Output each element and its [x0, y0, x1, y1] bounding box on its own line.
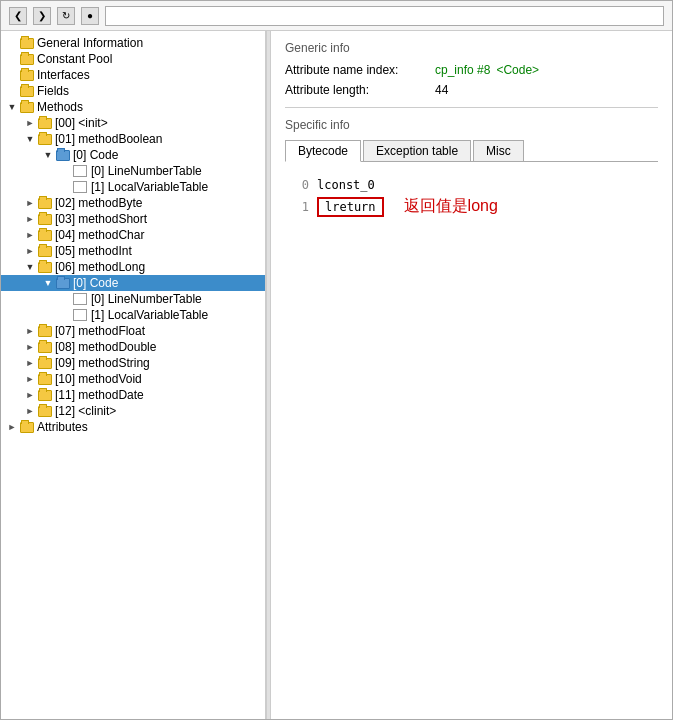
main-area: General Information Constant Pool Interf…	[1, 31, 672, 719]
folder-icon	[37, 388, 53, 402]
attr-length-row: Attribute length: 44	[285, 83, 658, 97]
forward-button[interactable]: ❯	[33, 7, 51, 25]
folder-icon	[55, 276, 71, 290]
expand-arrow: ►	[23, 390, 37, 400]
attr-name-tag: <Code>	[496, 63, 539, 77]
expand-arrow: ►	[23, 326, 37, 336]
tree-item-boolean-lnt[interactable]: [0] LineNumberTable	[1, 163, 265, 179]
bc-line-1: 1 lreturn 返回值是long	[285, 194, 658, 219]
tree-item-long-lvt[interactable]: [1] LocalVariableTable	[1, 307, 265, 323]
tree-panel: General Information Constant Pool Interf…	[1, 31, 266, 719]
attr-length-value: 44	[435, 83, 448, 97]
expand-arrow	[5, 70, 19, 80]
tree-label: [1] LocalVariableTable	[91, 180, 208, 194]
tree-item-long-code[interactable]: ▼ [0] Code	[1, 275, 265, 291]
tree-label: [03] methodShort	[55, 212, 147, 226]
folder-icon	[37, 340, 53, 354]
tree-label: Interfaces	[37, 68, 90, 82]
folder-icon	[55, 148, 71, 162]
attr-name-link[interactable]: cp_info #8	[435, 63, 490, 77]
expand-arrow: ►	[23, 342, 37, 352]
address-bar[interactable]	[105, 6, 664, 26]
tree-item-long-lnt[interactable]: [0] LineNumberTable	[1, 291, 265, 307]
tree-item-interfaces[interactable]: Interfaces	[1, 67, 265, 83]
attr-name-row: Attribute name index: cp_info #8 <Code>	[285, 63, 658, 77]
tree-item-fields[interactable]: Fields	[1, 83, 265, 99]
tree-item-method-int[interactable]: ► [05] methodInt	[1, 243, 265, 259]
tree-label: [05] methodInt	[55, 244, 132, 258]
tree-label: [1] LocalVariableTable	[91, 308, 208, 322]
tree-item-method-char[interactable]: ► [04] methodChar	[1, 227, 265, 243]
tree-item-method-byte[interactable]: ► [02] methodByte	[1, 195, 265, 211]
folder-icon	[19, 420, 35, 434]
tree-item-attributes[interactable]: ► Attributes	[1, 419, 265, 435]
tree-label: [06] methodLong	[55, 260, 145, 274]
expand-arrow: ▼	[5, 102, 19, 112]
expand-arrow: ►	[5, 422, 19, 432]
expand-arrow: ►	[23, 358, 37, 368]
folder-icon	[19, 100, 35, 114]
tab-exception-table[interactable]: Exception table	[363, 140, 471, 161]
folder-icon	[37, 132, 53, 146]
expand-arrow: ►	[23, 246, 37, 256]
folder-icon	[37, 196, 53, 210]
expand-arrow: ▼	[23, 262, 37, 272]
tree-item-method-float[interactable]: ► [07] methodFloat	[1, 323, 265, 339]
tab-misc[interactable]: Misc	[473, 140, 524, 161]
tree-item-clinit[interactable]: ► [12] <clinit>	[1, 403, 265, 419]
folder-icon	[19, 36, 35, 50]
right-panel: Generic info Attribute name index: cp_in…	[271, 31, 672, 719]
tree-label: [09] methodString	[55, 356, 150, 370]
tree-label: [10] methodVoid	[55, 372, 142, 386]
back-button[interactable]: ❮	[9, 7, 27, 25]
folder-icon	[19, 68, 35, 82]
bc-line-0: 0 lconst_0	[285, 176, 658, 194]
tree-item-method-boolean[interactable]: ▼ [01] methodBoolean	[1, 131, 265, 147]
tree-label: [02] methodByte	[55, 196, 142, 210]
tree-item-method-double[interactable]: ► [08] methodDouble	[1, 339, 265, 355]
bc-num-1: 1	[289, 200, 309, 214]
tree-label: [04] methodChar	[55, 228, 144, 242]
expand-arrow: ►	[23, 118, 37, 128]
folder-icon	[37, 116, 53, 130]
leaf-icon	[73, 293, 87, 305]
tree-label: [11] methodDate	[55, 388, 144, 402]
stop-button[interactable]: ●	[81, 7, 99, 25]
generic-info-header: Generic info	[285, 41, 658, 55]
tree-item-method-short[interactable]: ► [03] methodShort	[1, 211, 265, 227]
tree-item-general-info[interactable]: General Information	[1, 35, 265, 51]
expand-arrow: ►	[23, 214, 37, 224]
leaf-icon	[73, 309, 87, 321]
tree-item-method-string[interactable]: ► [09] methodString	[1, 355, 265, 371]
refresh-icon: ↻	[62, 10, 70, 21]
title-bar: ❮ ❯ ↻ ●	[1, 1, 672, 31]
refresh-button[interactable]: ↻	[57, 7, 75, 25]
folder-icon	[19, 84, 35, 98]
tree-item-boolean-code[interactable]: ▼ [0] Code	[1, 147, 265, 163]
tree-label: [0] Code	[73, 276, 118, 290]
tree-item-methods[interactable]: ▼ Methods	[1, 99, 265, 115]
divider	[285, 107, 658, 108]
tree-label: [08] methodDouble	[55, 340, 156, 354]
tree-item-init[interactable]: ► [00] <init>	[1, 115, 265, 131]
annotation-text: 返回值是long	[404, 196, 498, 217]
tree-label: [12] <clinit>	[55, 404, 116, 418]
tree-label: [0] LineNumberTable	[91, 292, 202, 306]
expand-arrow: ▼	[41, 278, 55, 288]
tree-item-constant-pool[interactable]: Constant Pool	[1, 51, 265, 67]
folder-icon	[37, 260, 53, 274]
tree-item-method-void[interactable]: ► [10] methodVoid	[1, 371, 265, 387]
expand-arrow	[59, 182, 73, 192]
tree-item-boolean-lvt[interactable]: [1] LocalVariableTable	[1, 179, 265, 195]
tree-label: [07] methodFloat	[55, 324, 145, 338]
tree-item-method-long[interactable]: ▼ [06] methodLong	[1, 259, 265, 275]
attr-length-label: Attribute length:	[285, 83, 435, 97]
specific-info-header: Specific info	[285, 118, 658, 132]
attr-name-label: Attribute name index:	[285, 63, 435, 77]
expand-arrow	[5, 38, 19, 48]
tree-item-method-date[interactable]: ► [11] methodDate	[1, 387, 265, 403]
expand-arrow	[5, 86, 19, 96]
folder-icon	[37, 212, 53, 226]
folder-icon	[37, 372, 53, 386]
tab-bytecode[interactable]: Bytecode	[285, 140, 361, 162]
